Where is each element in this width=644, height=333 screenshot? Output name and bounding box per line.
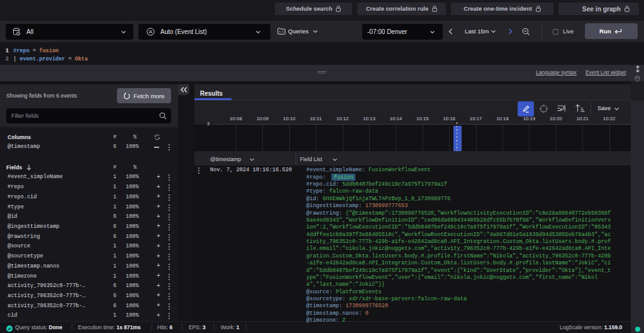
svg-text:A: A xyxy=(149,29,153,35)
